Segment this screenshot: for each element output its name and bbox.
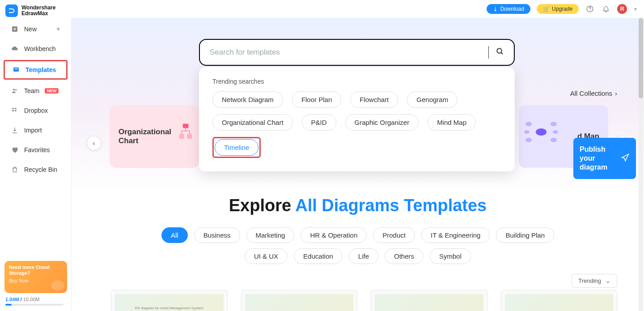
brand-logo[interactable]: WondershareEdrawMax bbox=[5, 4, 55, 17]
cat-ui-ux[interactable]: UI & UX bbox=[245, 248, 288, 264]
svg-point-15 bbox=[524, 130, 530, 134]
sidebar-item-label: Workbench bbox=[24, 45, 56, 52]
avatar[interactable]: R bbox=[617, 4, 627, 14]
sort-select[interactable]: Trending ⌄ bbox=[572, 274, 617, 288]
avatar-caret-icon[interactable]: ▼ bbox=[633, 7, 638, 12]
sidebar-item-label: Recycle Bin bbox=[24, 166, 57, 173]
template-card[interactable] bbox=[501, 290, 618, 311]
sidebar-item-label: Team bbox=[24, 87, 39, 94]
sidebar-item-team[interactable]: Team NEW bbox=[4, 82, 68, 99]
svg-point-13 bbox=[525, 138, 532, 142]
cat-others[interactable]: Others bbox=[385, 248, 424, 264]
download-button[interactable]: ⭳ Download bbox=[487, 4, 530, 14]
promo-card[interactable]: Need more Cloud Storage? Buy Now bbox=[4, 261, 67, 293]
cat-building-plan[interactable]: Building Plan bbox=[496, 227, 554, 243]
cat-all[interactable]: All bbox=[161, 227, 188, 243]
help-icon[interactable] bbox=[585, 4, 595, 14]
logo-icon bbox=[5, 4, 18, 17]
svg-point-11 bbox=[525, 122, 532, 126]
explore-title: Explore All Diagrams Templates bbox=[72, 196, 644, 215]
sidebar-item-import[interactable]: Import bbox=[4, 122, 68, 139]
top-bar: ⭳ Download 🛒 Upgrade R ▼ bbox=[0, 0, 644, 18]
team-icon bbox=[11, 87, 19, 95]
download-label: Download bbox=[500, 6, 524, 12]
template-caption: ER diagram for Hotel Management System bbox=[115, 294, 224, 311]
publish-label: Publish your diagram bbox=[580, 145, 621, 172]
sort-label: Trending bbox=[578, 277, 601, 284]
mind-map-icon bbox=[523, 119, 559, 145]
cat-hr-operation[interactable]: HR & Operation bbox=[301, 227, 367, 243]
trending-chips: Network Diagram Floor Plan Flowchart Gen… bbox=[212, 91, 501, 158]
storage-total: 10.00M bbox=[23, 297, 40, 302]
sidebar-item-favorites[interactable]: Favorites bbox=[4, 141, 68, 158]
cat-marketing[interactable]: Marketing bbox=[246, 227, 295, 243]
carousel-card-org-chart[interactable]: Organizational Chart bbox=[110, 105, 199, 168]
chip-timeline-highlight: Timeline bbox=[212, 137, 261, 158]
carousel-label: Organizational Chart bbox=[119, 128, 172, 145]
chip-timeline[interactable]: Timeline bbox=[215, 139, 258, 156]
templates-icon bbox=[12, 66, 20, 74]
bell-icon[interactable] bbox=[601, 4, 611, 14]
sidebar-item-dropbox[interactable]: Dropbox bbox=[4, 102, 68, 119]
search-icon[interactable] bbox=[496, 47, 504, 57]
svg-point-6 bbox=[15, 89, 17, 90]
org-chart-icon bbox=[177, 123, 195, 141]
svg-rect-4 bbox=[14, 68, 18, 69]
sidebar-item-workbench[interactable]: Workbench bbox=[4, 40, 68, 57]
cat-symbol[interactable]: Symbol bbox=[430, 248, 471, 264]
scrollbar-thumb[interactable] bbox=[639, 18, 643, 98]
trash-icon bbox=[11, 166, 19, 174]
template-card[interactable] bbox=[371, 290, 487, 311]
svg-point-10 bbox=[536, 128, 547, 136]
upgrade-button[interactable]: 🛒 Upgrade bbox=[537, 4, 579, 14]
send-icon bbox=[621, 153, 630, 164]
chip-graphic-organizer[interactable]: Graphic Organizer bbox=[345, 114, 419, 131]
storage-meter: 1.04M / 10.00M bbox=[5, 297, 64, 306]
upgrade-label: Upgrade bbox=[552, 6, 572, 12]
template-card[interactable] bbox=[241, 290, 358, 311]
cat-product[interactable]: Product bbox=[373, 227, 415, 243]
search-input[interactable] bbox=[210, 48, 481, 57]
chip-mind-map[interactable]: Mind Map bbox=[428, 114, 476, 131]
svg-rect-9 bbox=[187, 134, 192, 139]
sidebar-item-recycle[interactable]: Recycle Bin bbox=[4, 161, 68, 178]
chevron-right-icon: › bbox=[615, 89, 617, 97]
add-icon[interactable]: + bbox=[56, 25, 60, 33]
sidebar-item-templates[interactable]: Templates bbox=[4, 60, 68, 80]
carousel-prev-button[interactable]: ‹ bbox=[87, 136, 101, 150]
cat-business[interactable]: Business bbox=[194, 227, 240, 243]
all-collections-link[interactable]: All Collections › bbox=[570, 89, 617, 97]
cat-education[interactable]: Education bbox=[294, 248, 343, 264]
cat-it-engineering[interactable]: IT & Engineering bbox=[421, 227, 490, 243]
chip-network-diagram[interactable]: Network Diagram bbox=[212, 91, 283, 108]
plus-square-icon bbox=[11, 25, 19, 33]
chip-organizational-chart[interactable]: Organizational Chart bbox=[212, 114, 293, 131]
import-icon bbox=[11, 126, 19, 134]
svg-point-12 bbox=[551, 122, 557, 126]
search-panel: Trending searches Network Diagram Floor … bbox=[199, 39, 515, 171]
brand-text: WondershareEdrawMax bbox=[21, 5, 55, 17]
svg-rect-3 bbox=[13, 68, 19, 72]
cart-icon: 🛒 bbox=[543, 6, 550, 12]
chip-pid[interactable]: P&ID bbox=[302, 114, 336, 131]
heart-icon bbox=[11, 146, 19, 154]
chip-floor-plan[interactable]: Floor Plan bbox=[292, 91, 341, 108]
svg-point-1 bbox=[589, 10, 590, 11]
template-caption bbox=[375, 294, 483, 311]
sidebar-item-new[interactable]: New + bbox=[4, 21, 68, 38]
category-chips: All Business Marketing HR & Operation Pr… bbox=[72, 227, 644, 264]
chip-genogram[interactable]: Genogram bbox=[407, 91, 458, 108]
sidebar-item-label: Import bbox=[24, 127, 42, 134]
publish-button[interactable]: Publish your diagram bbox=[573, 138, 636, 179]
search-box[interactable] bbox=[199, 39, 515, 66]
scrollbar[interactable] bbox=[639, 18, 643, 311]
svg-rect-7 bbox=[183, 124, 189, 128]
vip-icon bbox=[51, 281, 64, 290]
sidebar: New + Workbench Templates Team NEW Dropb… bbox=[0, 18, 72, 311]
sidebar-item-label: Dropbox bbox=[24, 107, 48, 114]
trending-label: Trending searches bbox=[212, 78, 501, 85]
chevron-down-icon: ⌄ bbox=[606, 277, 610, 284]
template-card[interactable]: ER diagram for Hotel Management System bbox=[111, 290, 228, 311]
chip-flowchart[interactable]: Flowchart bbox=[350, 91, 398, 108]
cat-life[interactable]: Life bbox=[349, 248, 378, 264]
